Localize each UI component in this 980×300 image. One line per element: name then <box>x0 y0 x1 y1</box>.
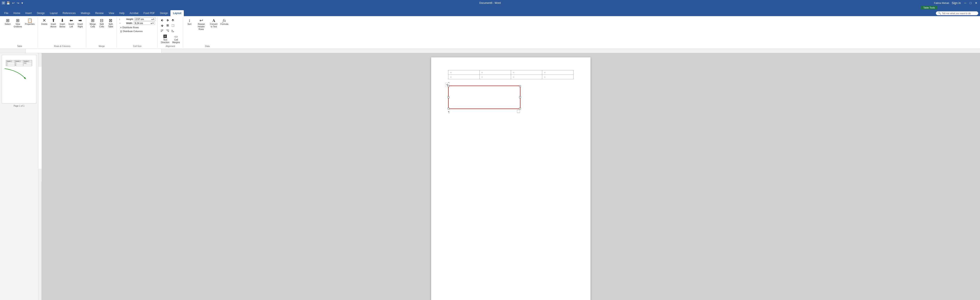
height-label: ↕ <box>119 18 126 21</box>
cell-margins-button[interactable]: ▭ Cell Margins <box>171 34 181 44</box>
minimize-button[interactable]: ─ <box>963 1 967 5</box>
table-cell[interactable]: ✛ <box>449 75 480 79</box>
ribbon-tabs: File Home Insert Design Layout Reference… <box>0 10 980 16</box>
resize-handle-br[interactable] <box>519 108 521 110</box>
resize-handle-ml[interactable] <box>448 97 449 98</box>
table-cell[interactable]: ✛ <box>511 75 542 79</box>
align-middle-left-button[interactable]: ⬙ <box>160 23 165 28</box>
data-content: ↕ Sort ↩ Repeat Header Rows 𝐀 Convert to… <box>185 17 230 44</box>
app-layout: Header 1Header 2Header 3 1AXYZ 2B <box>0 53 980 300</box>
tab-acrobat[interactable]: Acrobat <box>127 10 141 16</box>
split-cells-button[interactable]: ⊟ Split Cells <box>97 17 106 29</box>
align-middle-right-button[interactable]: ⬚ <box>170 23 175 28</box>
save-button[interactable]: 💾 <box>6 1 11 5</box>
align-bottom-right-button[interactable]: ◺ <box>170 28 175 33</box>
align-bottom-center-button[interactable]: ◹ <box>165 28 170 33</box>
table-cell[interactable]: ✛ <box>542 70 573 75</box>
page-label: Page 1 of 1 <box>2 105 37 107</box>
convert-text-icon: 𝐀 <box>212 18 215 22</box>
tab-foxit-pdf[interactable]: Foxit PDF <box>141 10 157 16</box>
text-direction-button[interactable]: 🅰 Text Direction <box>160 34 171 44</box>
document-area[interactable]: ✛ ✛ ✛ ✛ ✛ ✛ ✛ ✛ ¶ <box>41 53 980 300</box>
tab-help[interactable]: Help <box>117 10 127 16</box>
table-cell[interactable]: ✛ <box>449 70 480 75</box>
sort-icon: ↕ <box>188 18 191 22</box>
tell-me-input[interactable]: 🔍 Tell me what you want to do <box>936 11 978 15</box>
tab-review[interactable]: Review <box>93 10 106 16</box>
table-cell[interactable]: ✛ <box>480 75 511 79</box>
tab-references[interactable]: References <box>60 10 78 16</box>
resize-handle-bl[interactable] <box>448 108 449 110</box>
tab-mailings[interactable]: Mailings <box>78 10 93 16</box>
table-cell[interactable]: ✛ <box>480 70 511 75</box>
sign-in-button[interactable]: Sign in <box>951 1 962 5</box>
ribbon-content: ⊞ Select ⊞ View Gridlines 📋 Properties T… <box>0 16 980 49</box>
align-top-right-button[interactable]: ⬘ <box>170 17 175 22</box>
undo-button[interactable]: ↩ <box>11 1 16 5</box>
rows-columns-label: Rows & Columns <box>40 45 84 48</box>
document-table-1[interactable]: ✛ ✛ ✛ ✛ ✛ ✛ ✛ ✛ <box>448 70 574 79</box>
insert-left-button[interactable]: ⬅ Insert Left <box>67 17 75 29</box>
formula-button[interactable]: 𝑓𝑥 Formula <box>219 17 230 26</box>
tab-view[interactable]: View <box>106 10 117 16</box>
tab-insert[interactable]: Insert <box>23 10 34 16</box>
table-2-container: ✛ <box>448 86 520 109</box>
distribute-columns-button[interactable]: ||| Distribute Columns <box>119 30 144 33</box>
svg-rect-6 <box>38 67 41 169</box>
repeat-header-rows-button[interactable]: ↩ Repeat Header Rows <box>194 17 208 32</box>
align-top-center-button[interactable]: ⬗ <box>165 17 170 22</box>
restore-button[interactable]: □ <box>969 1 972 5</box>
table-cell[interactable]: ✛ <box>511 70 542 75</box>
delete-button[interactable]: ✕ Delete <box>40 17 49 26</box>
window-title: Document6 - Word <box>479 2 501 5</box>
align-middle-center-button[interactable]: ⊞ <box>165 23 170 28</box>
resize-handle-mr[interactable] <box>519 97 521 98</box>
width-input[interactable]: 9.24 cm ▲▼ <box>134 21 155 25</box>
formula-icon: 𝑓𝑥 <box>223 18 226 22</box>
tab-home[interactable]: Home <box>11 10 23 16</box>
insert-right-button[interactable]: ➡ Insert Right <box>76 17 84 29</box>
table-cell[interactable]: ✛ <box>542 75 573 79</box>
insert-above-button[interactable]: ⬆ Insert Above <box>49 17 57 29</box>
height-spinner[interactable]: ▲▼ <box>151 18 155 20</box>
convert-to-text-button[interactable]: 𝐀 Convert to Text <box>209 17 219 29</box>
sort-button[interactable]: ↕ Sort <box>185 17 194 26</box>
distribute-buttons: ≡ Distribute Rows ||| Distribute Columns <box>119 26 144 33</box>
distribute-rows-button[interactable]: ≡ Distribute Rows <box>119 26 144 29</box>
table-row[interactable]: ✛ ✛ ✛ ✛ <box>449 75 574 79</box>
tab-layout-tt[interactable]: Layout <box>170 10 184 16</box>
tab-design-tt[interactable]: Design <box>158 10 170 16</box>
align-bottom-left-button[interactable]: ◸ <box>160 28 165 33</box>
height-input[interactable]: 2.57 cm ▲▼ <box>135 17 156 21</box>
properties-button[interactable]: 📋 Properties <box>24 17 36 26</box>
page-thumb-content: Header 1Header 2Header 3 1AXYZ 2B <box>3 60 35 102</box>
merge-cells-button[interactable]: ⊞ Merge Cells <box>88 17 97 29</box>
page-thumbnail-1[interactable]: Header 1Header 2Header 3 1AXYZ 2B <box>2 55 37 103</box>
ribbon-tab-area: Table Tools File Home Insert Design Layo… <box>0 6 980 16</box>
properties-icon: 📋 <box>27 18 32 22</box>
resize-handle-tl[interactable] <box>448 85 449 87</box>
align-top-left-button[interactable]: ⬖ <box>160 17 165 22</box>
annotation-arrow <box>3 60 35 102</box>
vertical-ruler <box>38 53 41 300</box>
tab-design[interactable]: Design <box>34 10 47 16</box>
paragraph-mark-1: ¶ <box>448 82 574 85</box>
table-row[interactable]: ✛ ✛ ✛ ✛ <box>449 70 574 75</box>
view-gridlines-button[interactable]: ⊞ View Gridlines <box>12 17 23 29</box>
split-table-button[interactable]: ⊠ Split Table <box>107 17 115 29</box>
width-spinner[interactable]: ▲▼ <box>150 22 154 24</box>
vertical-ruler-svg <box>38 54 41 181</box>
text-box[interactable] <box>448 86 520 109</box>
resize-handle-tr[interactable] <box>519 85 521 87</box>
merge-cells-icon: ⊞ <box>91 18 95 22</box>
redo-button[interactable]: ↪ <box>16 1 20 5</box>
customize-qat-button[interactable]: ▾ <box>21 1 24 5</box>
close-button[interactable]: ✕ <box>974 1 978 5</box>
tab-file[interactable]: File <box>2 10 11 16</box>
insert-below-icon: ⬇ <box>60 18 64 22</box>
delete-icon: ✕ <box>43 18 46 22</box>
ribbon-group-alignment: ⬖ ⬗ ⬘ ⬙ ⊞ ⬚ ◸ ◹ ◺ 🅰 Text Direction <box>158 17 183 48</box>
tab-layout[interactable]: Layout <box>48 10 60 16</box>
insert-below-button[interactable]: ⬇ Insert Below <box>58 17 67 29</box>
select-button[interactable]: ⊞ Select <box>3 17 12 26</box>
